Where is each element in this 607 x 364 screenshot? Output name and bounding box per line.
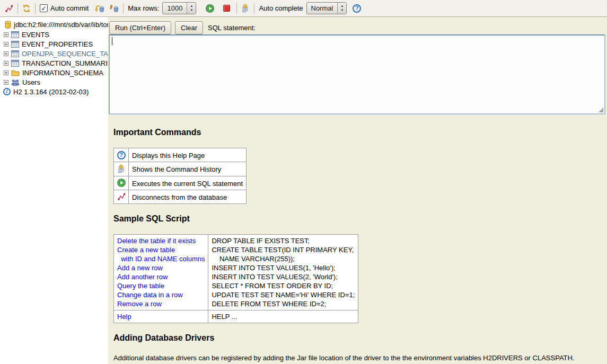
database-tree: jdbc:h2:file:///mnt/sdb/var/lib/tomc + E…	[0, 17, 108, 364]
resize-handle-icon[interactable]	[599, 108, 603, 112]
sample-link-change-data[interactable]: Change data in a row	[117, 290, 205, 299]
expand-icon[interactable]: +	[4, 70, 8, 75]
clear-button[interactable]: Clear	[175, 21, 203, 34]
sample-sql-line: INSERT INTO TEST VALUES(2, 'World');	[212, 272, 355, 281]
tree-item-events[interactable]: + EVENTS	[0, 30, 108, 39]
run-icon[interactable]	[206, 4, 214, 13]
stop-icon[interactable]	[223, 5, 230, 12]
sample-sql-line: DELETE FROM TEST WHERE ID=2;	[212, 299, 355, 308]
info-icon: i	[3, 88, 11, 95]
disconnect-icon[interactable]	[5, 4, 13, 13]
tree-item-openjpa-sequence-table[interactable]: + OPENJPA_SEQUENCE_TABLE	[0, 49, 108, 58]
table-row: Shows the Command History	[114, 162, 247, 176]
help-icon[interactable]: ?	[353, 4, 361, 13]
sample-sql-line: INSERT INTO TEST VALUES(1, 'Hello');	[212, 263, 355, 272]
toolbar-separator	[254, 3, 254, 14]
commit-icon[interactable]	[95, 4, 104, 13]
table-icon	[11, 60, 19, 67]
sample-link-delete-table[interactable]: Delete the table if it exists	[117, 236, 205, 245]
rollback-icon[interactable]	[109, 4, 119, 13]
table-icon	[11, 41, 19, 48]
adding-drivers-text: Additional database drivers can be regis…	[113, 353, 584, 364]
sample-link-add-row[interactable]: Add a new row	[117, 263, 205, 272]
table-icon	[11, 31, 19, 38]
auto-commit-label: Auto commit	[50, 4, 89, 12]
table-row: Help HELP ...	[114, 310, 358, 323]
expand-icon[interactable]: +	[4, 80, 8, 85]
tree-item-event-properties[interactable]: + EVENT_PROPERTIES	[0, 39, 108, 49]
toolbar: ✓ Auto commit Max rows: 1000 ▲▼ Auto com…	[0, 0, 607, 17]
expand-icon[interactable]: +	[4, 32, 8, 37]
tree-item-users[interactable]: + Users	[0, 77, 108, 87]
help-icon: ?	[117, 151, 126, 159]
folder-icon	[11, 69, 20, 76]
spinner-arrows-icon: ▲▼	[337, 3, 346, 14]
auto-complete-label: Auto complete	[259, 4, 303, 12]
run-button[interactable]: Run (Ctrl+Enter)	[109, 21, 171, 34]
text-caret	[112, 37, 112, 45]
toolbar-separator	[236, 3, 237, 14]
sample-link-add-another-row[interactable]: Add another row	[117, 272, 205, 281]
tree-item-transaction-summaries[interactable]: + TRANSACTION_SUMMARIES	[0, 58, 108, 68]
history-icon[interactable]	[241, 4, 250, 13]
max-rows-label: Max rows:	[128, 4, 159, 12]
expand-icon[interactable]: +	[4, 51, 8, 56]
refresh-icon[interactable]	[22, 4, 31, 13]
sample-sql-line: SELECT * FROM TEST ORDER BY ID;	[212, 281, 355, 290]
max-rows-value: 1000	[163, 3, 187, 14]
users-icon	[11, 79, 20, 86]
spinner-arrows-icon: ▲▼	[187, 3, 196, 14]
sample-link-query-table[interactable]: Query the table	[117, 281, 205, 290]
sample-sql-line: HELP ...	[212, 312, 355, 321]
history-icon	[117, 164, 126, 173]
run-icon	[117, 179, 126, 187]
db-version-label: H2 1.3.164 (2012-02-03)	[13, 88, 89, 96]
sample-link-create-table[interactable]: Create a new table	[117, 245, 205, 254]
sample-sql-line: NAME VARCHAR(255));	[212, 254, 355, 263]
max-rows-select[interactable]: 1000 ▲▼	[162, 2, 196, 14]
toolbar-separator	[17, 3, 18, 14]
sample-link-help[interactable]: Help	[117, 312, 205, 321]
table-icon	[11, 50, 19, 57]
expand-icon[interactable]: +	[4, 42, 8, 47]
help-panel: Important Commands ? Displays this Help …	[108, 118, 607, 364]
connection-url: jdbc:h2:file:///mnt/sdb/var/lib/tomc	[14, 21, 108, 29]
query-button-row: Run (Ctrl+Enter) Clear SQL statement:	[108, 17, 607, 34]
adding-drivers-title: Adding Database Drivers	[113, 333, 607, 343]
sql-statement-label: SQL statement:	[208, 24, 256, 32]
expand-icon[interactable]: +	[4, 61, 8, 66]
sample-link-create-table-cont[interactable]: with ID and NAME columns	[117, 254, 205, 263]
sql-input[interactable]	[109, 34, 605, 114]
important-commands-table: ? Displays this Help Page Shows the Comm…	[113, 148, 247, 204]
table-row: ? Displays this Help Page	[114, 148, 247, 162]
tree-item-information-schema[interactable]: + INFORMATION_SCHEMA	[0, 68, 108, 77]
auto-complete-value: Normal	[307, 3, 338, 14]
sample-sql-line: CREATE TABLE TEST(ID INT PRIMARY KEY,	[212, 245, 355, 254]
sample-sql-line: DROP TABLE IF EXISTS TEST;	[212, 236, 355, 245]
tree-item-version: i H2 1.3.164 (2012-02-03)	[0, 87, 108, 96]
query-panel: Run (Ctrl+Enter) Clear SQL statement:	[108, 17, 607, 118]
disconnect-icon	[117, 192, 126, 201]
auto-complete-select[interactable]: Normal ▲▼	[306, 2, 347, 14]
important-commands-title: Important Commands	[113, 128, 607, 137]
tree-item-connection[interactable]: jdbc:h2:file:///mnt/sdb/var/lib/tomc	[0, 20, 108, 30]
table-row: Disconnects from the database	[114, 190, 247, 204]
sample-sql-script-title: Sample SQL Script	[113, 214, 607, 224]
table-row: Executes the current SQL statement	[114, 176, 247, 190]
sample-sql-line: UPDATE TEST SET NAME='Hi' WHERE ID=1;	[212, 290, 355, 299]
database-icon	[5, 21, 11, 29]
sample-link-remove-row[interactable]: Remove a row	[117, 299, 205, 308]
sql-editor	[109, 34, 605, 114]
table-row: Delete the table if it exists Create a n…	[114, 235, 358, 310]
auto-commit-checkbox[interactable]: ✓	[40, 4, 48, 12]
sample-sql-table: Delete the table if it exists Create a n…	[113, 234, 358, 323]
toolbar-separator	[123, 3, 124, 14]
toolbar-separator	[35, 3, 36, 14]
